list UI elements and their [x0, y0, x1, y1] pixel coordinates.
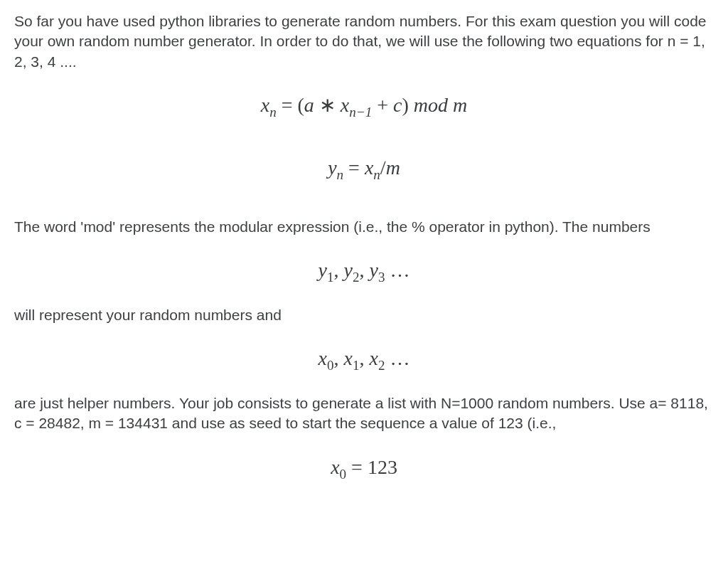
var-y2: y: [344, 259, 353, 281]
var-x0: x: [318, 347, 327, 369]
var-m: m: [386, 157, 400, 179]
sub-3: 3: [378, 270, 385, 285]
var-y: y: [328, 157, 336, 179]
lparen: (: [298, 94, 304, 116]
var-x2: x: [369, 347, 378, 369]
equation-yn: yn = xn/m: [14, 154, 714, 181]
var-a: a: [304, 94, 314, 116]
op-ast: ∗: [314, 94, 341, 116]
var-c: c: [393, 94, 402, 116]
var-m: m: [453, 94, 467, 116]
sub-0: 0: [340, 466, 347, 481]
mod-paragraph: The word 'mod' represents the modular ex…: [14, 217, 714, 237]
val-123: 123: [368, 456, 397, 478]
sub-n2: n: [373, 166, 380, 181]
var-x: x: [365, 157, 373, 179]
comma: ,: [334, 259, 344, 281]
op-plus: +: [372, 94, 393, 116]
sub-nminus1: n−1: [349, 105, 372, 120]
dots: …: [385, 347, 410, 369]
op-eq: =: [343, 157, 365, 179]
dots: …: [385, 259, 410, 281]
sub-n: n: [269, 105, 277, 120]
equation-x0: x0 = 123: [14, 454, 714, 481]
sub-0: 0: [327, 358, 334, 373]
equation-yseq: y1, y2, y3 …: [14, 257, 714, 284]
sub-2: 2: [378, 358, 385, 373]
op-eq: =: [346, 456, 368, 478]
intro-paragraph: So far you have used python libraries to…: [14, 11, 714, 72]
var-x2: x: [341, 94, 349, 116]
var-y3: y: [369, 259, 378, 281]
comma: ,: [359, 259, 369, 281]
rparen: ): [402, 94, 408, 116]
comma: ,: [359, 347, 369, 369]
var-x: x: [261, 94, 269, 116]
comma: ,: [334, 347, 344, 369]
sub-1: 1: [327, 270, 334, 285]
helper-paragraph: are just helper numbers. Your job consis…: [14, 393, 714, 434]
sub-n: n: [337, 166, 344, 181]
equation-xseq: x0, x1, x2 …: [14, 345, 714, 372]
will-represent-paragraph: will represent your random numbers and: [14, 305, 714, 325]
op-slash: /: [380, 157, 386, 179]
op-mod: mod: [409, 94, 453, 116]
equation-xn: xn = (a ∗ xn−1 + c) mod m: [14, 92, 714, 119]
op-eq: =: [277, 94, 298, 116]
var-x: x: [331, 456, 339, 478]
var-y1: y: [318, 259, 327, 281]
var-x1: x: [344, 347, 353, 369]
